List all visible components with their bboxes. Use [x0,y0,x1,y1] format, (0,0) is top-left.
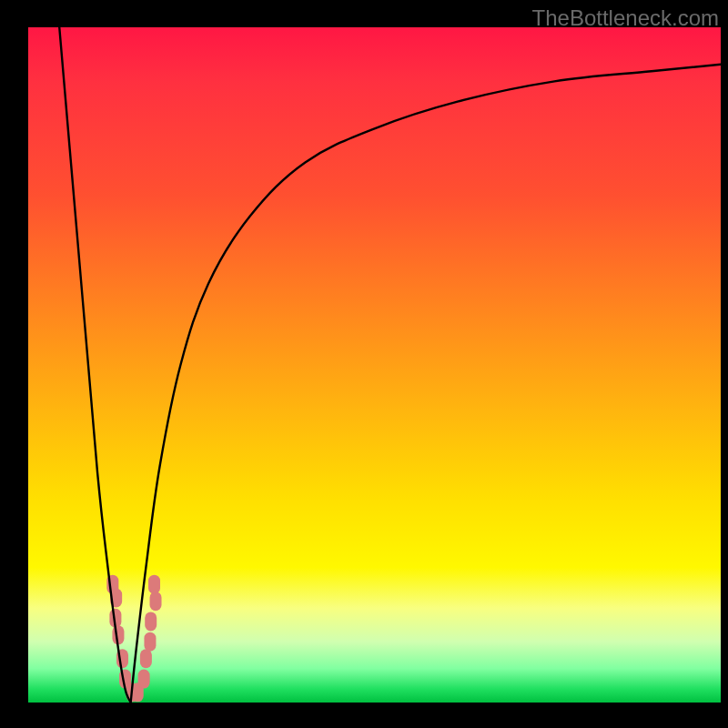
watermark-text: TheBottleneck.com [532,5,719,31]
chart-frame: TheBottleneck.com [0,0,728,728]
plot-area [28,27,721,703]
gradient-background [28,27,721,703]
